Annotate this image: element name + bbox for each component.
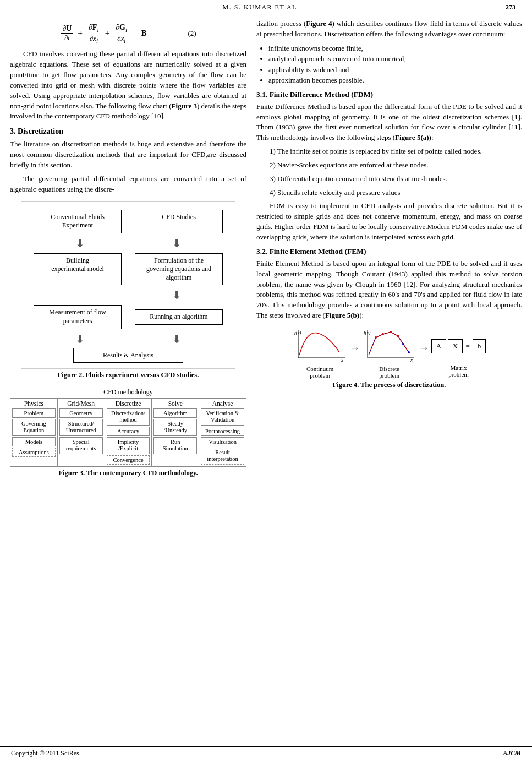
arrow-down-left: ⬇ (36, 333, 124, 346)
fig4-arrow-2: → (419, 342, 429, 354)
fig3-title: CFD methodology (10, 386, 246, 399)
fig3-analyse-visulization: Visulization (201, 437, 244, 446)
flowchart-fig2: Conventional FluidsExperiment CFD Studie… (21, 201, 235, 369)
bullet-2: analytical approach is converted into nu… (268, 53, 522, 64)
fig4-equals: = (464, 342, 470, 351)
discretization-text: The literature on discretization methods… (10, 139, 246, 194)
fem-text: Finite Element Method is based upon an i… (256, 259, 522, 321)
svg-point-10 (402, 343, 404, 345)
fdm-text: Finite Difference Method is based upon t… (256, 102, 522, 243)
fc-box-formulation: Formulation of thegoverning equations an… (135, 253, 223, 286)
discretization-bullets: infinite unknowns become finite, analyti… (268, 43, 522, 86)
fig4-A: A (431, 339, 446, 353)
svg-point-11 (408, 351, 410, 353)
fig3-col-discretize: Discretize Discretization/method Accurac… (105, 399, 152, 466)
fig3-header-grid: Grid/Mesh (59, 400, 103, 407)
figure-3-container: CFD methodology Physics Problem Governin… (10, 386, 246, 477)
arrow-down-1: ⬇ (36, 237, 124, 250)
fig3-columns: Physics Problem GoverningEquation Models… (10, 399, 246, 466)
fig4-discrete: f(x) x Discreteproblem (362, 328, 417, 379)
fig3-discr-method: Discretization/method (107, 408, 150, 426)
svg-text:x: x (410, 357, 413, 363)
fig4-discrete-svg: f(x) x (362, 328, 417, 363)
fig3-physics-governing: GoverningEquation (12, 419, 56, 436)
fig3-analyse-result: Resultinterpretation (201, 448, 244, 465)
fig4-continuum: f(x) x Continuumproblem (293, 328, 348, 379)
bullet-1: infinite unknowns become finite, (268, 43, 522, 54)
fig3-discr-convergence: Convergence (107, 455, 150, 465)
right-column: tization process (Figure 4) which descri… (256, 19, 522, 481)
page-footer: Copyright © 2011 SciRes. AJCM (0, 746, 532, 760)
arrow-down-4: ⬇ (133, 288, 221, 302)
svg-point-6 (375, 336, 377, 339)
fig3-col-physics: Physics Problem GoverningEquation Models… (10, 399, 58, 466)
footer-copyright: Copyright © 2011 SciRes. (11, 749, 81, 757)
fig4-matrix-eq: A X = b (431, 329, 486, 364)
header-page: 273 (506, 3, 515, 12)
section-3-heading: 3. Discretization (10, 127, 246, 136)
equation-number: (2) (188, 29, 196, 38)
subsection-fem-heading: 3.2. Finite Element Method (FEM) (256, 247, 522, 256)
arrow-down-2: ⬇ (133, 237, 221, 250)
figure-2-container: Conventional FluidsExperiment CFD Studie… (10, 201, 246, 379)
fc-box-measurement: Measurement of flowparameters (34, 305, 122, 329)
footer-journal: AJCM (503, 749, 521, 757)
fc-box-cfd-studies: CFD Studies (135, 210, 223, 233)
fig3-header-solve: Solve (153, 400, 197, 407)
svg-text:f(x): f(x) (294, 330, 301, 335)
left-intro-text: CFD involves converting these partial di… (10, 49, 246, 122)
fig3-header-analyse: Analyse (201, 400, 244, 407)
fig3-col-analyse: Analyse Verification &Validation Postpro… (199, 399, 246, 466)
fig3-analyse-postprocessing: Postprocessing (201, 427, 244, 436)
fig3-grid-special: Specialrequirements (59, 437, 103, 454)
header-title: M. S. KUMAR ET AL. (17, 3, 506, 12)
fig3-col-gridmesh: Grid/Mesh Geometry Structured/Unstructur… (58, 399, 105, 466)
figure-4-visual: f(x) x Continuumproblem → (256, 328, 522, 379)
svg-text:f(x): f(x) (364, 330, 371, 335)
page-header: M. S. KUMAR ET AL. 273 (0, 0, 532, 14)
fig4-discrete-label: Discreteproblem (362, 366, 417, 379)
equation-2: ∂U ∂t + ∂Fi ∂xi + ∂Gi ∂xi = B (2) (10, 23, 246, 43)
fig3-discr-accuracy: Accuracy (107, 427, 150, 436)
svg-text:x: x (341, 357, 343, 363)
subsection-fdm-heading: 3.1. Finite Difference Method (FDM) (256, 90, 522, 99)
fig3-physics-models: Models (12, 437, 56, 446)
figure-3-caption: Figure 3. The contemporary CFD methodolo… (10, 469, 246, 477)
figure-2-caption: Figure 2. Fluids experiment versus CFD s… (10, 371, 246, 379)
fc-box-results: Results & Analysis (73, 348, 183, 363)
fig3-physics-assumptions: Assumptions (12, 448, 56, 457)
fig4-arrow-1: → (350, 342, 360, 354)
left-column: ∂U ∂t + ∂Fi ∂xi + ∂Gi ∂xi = B (2) (10, 19, 246, 481)
fc-box-building: Buildingexperimental model (34, 253, 122, 286)
fig3-solve-steady: Steady/Unsteady (153, 419, 197, 436)
right-intro-text: tization process (Figure 4) which descri… (256, 19, 522, 40)
arrow-down-right: ⬇ (133, 333, 221, 346)
fig4-matrix: A X = b Matrixproblem (431, 329, 486, 378)
fig3-header-discretize: Discretize (107, 400, 150, 407)
fc-box-conventional: Conventional FluidsExperiment (34, 210, 122, 233)
fig4-X: X (448, 339, 463, 353)
fig3-analyse-verification: Verification &Validation (201, 408, 244, 426)
fig3-table: CFD methodology Physics Problem Governin… (10, 386, 246, 467)
svg-point-8 (390, 331, 392, 333)
svg-point-9 (397, 335, 399, 337)
fig3-solve-run: RunSimulation (153, 437, 197, 454)
fig3-solve-algorithm: Algorithm (153, 408, 197, 418)
fig3-header-physics: Physics (12, 400, 56, 407)
fig4-matrix-label: Matrixproblem (431, 364, 486, 378)
fig3-col-solve: Solve Algorithm Steady/Unsteady RunSimul… (152, 399, 199, 466)
fc-box-running: Running an algorithm (135, 309, 223, 325)
bullet-3: applicability is widened and (268, 64, 522, 75)
svg-point-7 (382, 333, 384, 335)
arrow-down-3 (36, 288, 124, 302)
fig3-grid-structured: Structured/Unstructured (59, 419, 103, 436)
bullet-4: approximation becomes possible. (268, 75, 522, 86)
fig4-continuum-svg: f(x) x (293, 328, 348, 363)
fig4-b: b (473, 339, 486, 353)
fig3-physics-problem: Problem (12, 408, 56, 418)
figure-4-container: f(x) x Continuumproblem → (256, 328, 522, 389)
fig3-discr-implicity: Implicity/Explicit (107, 437, 150, 454)
fig3-grid-geometry: Geometry (59, 408, 103, 418)
fig4-continuum-label: Continuumproblem (293, 366, 348, 379)
figure-4-caption: Figure 4. The process of discretization. (256, 381, 522, 389)
